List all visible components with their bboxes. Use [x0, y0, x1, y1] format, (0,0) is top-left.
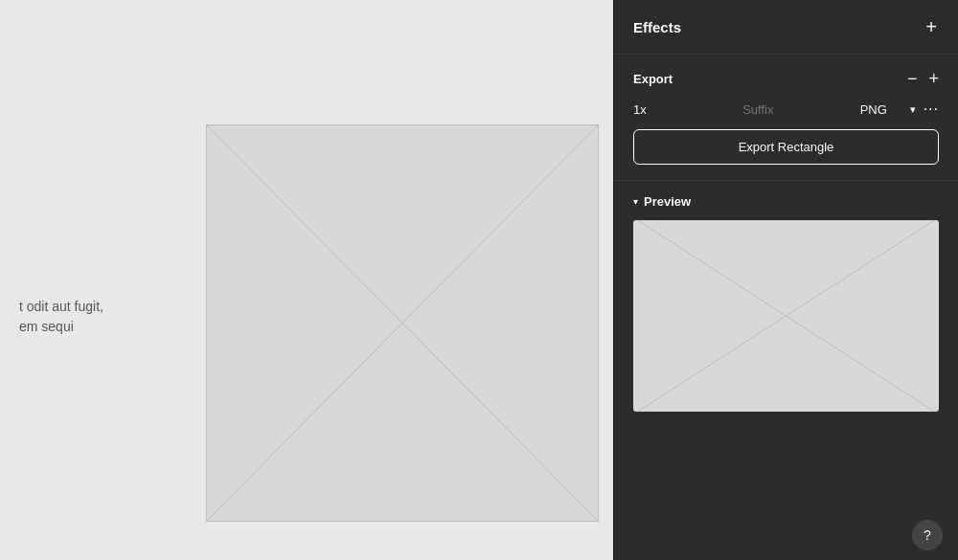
canvas-text-line2: em sequi: [19, 317, 103, 337]
more-options-button[interactable]: ···: [924, 101, 939, 118]
export-title: Export: [633, 72, 673, 86]
scale-value: 1x: [633, 102, 656, 117]
canvas-text-line1: t odit aut fugit,: [19, 297, 103, 317]
export-plus-button[interactable]: +: [928, 70, 939, 87]
placeholder-box: [206, 124, 599, 522]
help-button[interactable]: ?: [912, 520, 943, 550]
export-header-actions: − +: [907, 70, 939, 87]
format-wrapper: PNG JPG SVG PDF WebP: [860, 102, 916, 117]
preview-image: [633, 220, 939, 412]
preview-svg: [633, 220, 939, 412]
export-header: Export − +: [633, 70, 939, 87]
export-rectangle-button[interactable]: Export Rectangle: [633, 129, 939, 165]
export-minus-button[interactable]: −: [907, 70, 918, 87]
right-panel: Effects + Export − + 1x PNG JPG SVG PDF …: [613, 0, 958, 560]
canvas-text: t odit aut fugit, em sequi: [19, 297, 103, 337]
preview-header: ▾ Preview: [633, 194, 939, 209]
preview-section: ▾ Preview: [614, 181, 958, 510]
placeholder-svg: [207, 125, 598, 521]
effects-title: Effects: [633, 19, 681, 35]
effects-header: Effects +: [614, 0, 958, 55]
preview-title: Preview: [644, 194, 691, 209]
export-row: 1x PNG JPG SVG PDF WebP ···: [633, 101, 939, 118]
suffix-input[interactable]: [664, 102, 853, 117]
format-select[interactable]: PNG JPG SVG PDF WebP: [860, 102, 908, 117]
help-btn-wrapper: ?: [614, 510, 958, 560]
canvas-area: t odit aut fugit, em sequi: [0, 0, 613, 560]
export-section: Export − + 1x PNG JPG SVG PDF WebP ··· E…: [614, 55, 958, 181]
preview-chevron-icon: ▾: [633, 196, 638, 207]
effects-add-button[interactable]: +: [924, 17, 939, 36]
